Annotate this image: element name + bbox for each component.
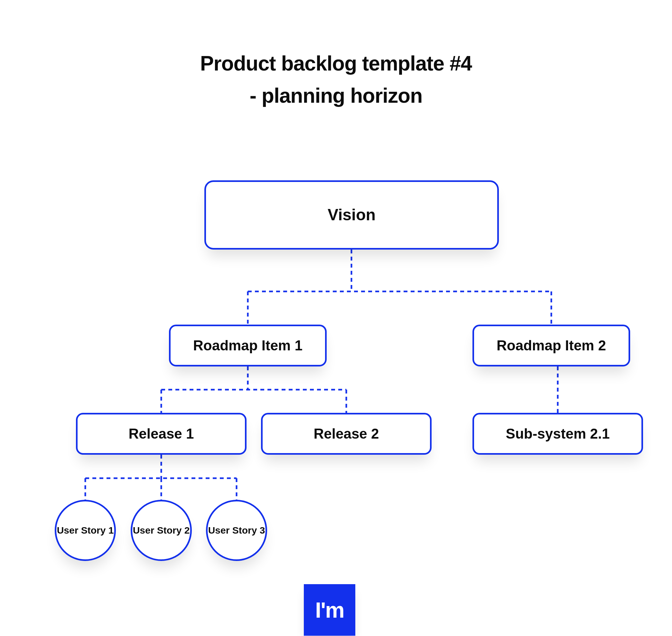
node-user-story-3-label: User Story 3 bbox=[208, 525, 265, 536]
node-roadmap-2-label: Roadmap Item 2 bbox=[496, 337, 606, 354]
node-user-story-1: User Story 1 bbox=[55, 500, 116, 561]
node-subsystem-2-1-label: Sub-system 2.1 bbox=[506, 426, 610, 442]
node-vision: Vision bbox=[204, 180, 499, 250]
node-release-2-label: Release 2 bbox=[313, 426, 379, 442]
node-user-story-1-label: User Story 1 bbox=[57, 525, 114, 536]
brand-logo-text: I'm bbox=[315, 597, 344, 622]
title-line-1: Product backlog template #4 bbox=[0, 52, 672, 75]
brand-logo: I'm bbox=[304, 584, 355, 636]
node-release-1: Release 1 bbox=[76, 413, 246, 455]
node-vision-label: Vision bbox=[328, 206, 375, 224]
node-roadmap-1-label: Roadmap Item 1 bbox=[193, 337, 303, 354]
node-roadmap-1: Roadmap Item 1 bbox=[169, 324, 327, 366]
node-user-story-2-label: User Story 2 bbox=[133, 525, 190, 536]
node-release-1-label: Release 1 bbox=[128, 426, 194, 442]
node-roadmap-2: Roadmap Item 2 bbox=[472, 324, 630, 366]
diagram-canvas: Product backlog template #4 - planning h… bbox=[0, 0, 672, 636]
node-user-story-3: User Story 3 bbox=[206, 500, 267, 561]
node-release-2: Release 2 bbox=[261, 413, 432, 455]
title-line-2: - planning horizon bbox=[0, 84, 672, 107]
node-user-story-2: User Story 2 bbox=[131, 500, 192, 561]
node-subsystem-2-1: Sub-system 2.1 bbox=[472, 413, 643, 455]
